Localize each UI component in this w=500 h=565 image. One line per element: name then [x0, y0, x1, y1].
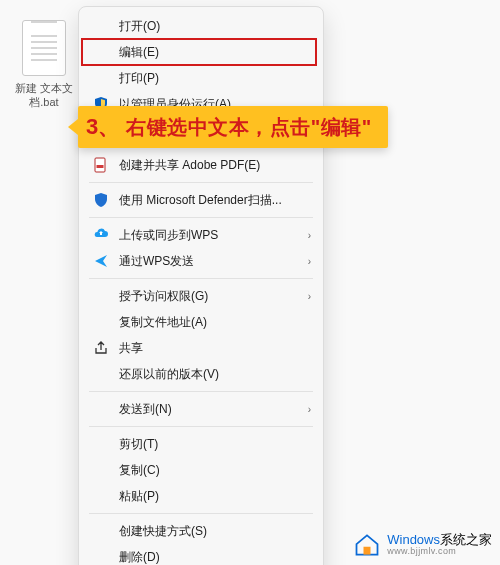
menu-send-to[interactable]: 发送到(N) › [79, 396, 323, 422]
pdf-share-icon [91, 155, 111, 175]
blank-icon [91, 486, 111, 506]
menu-defender-scan[interactable]: 使用 Microsoft Defender扫描... [79, 187, 323, 213]
callout-number: 3、 [86, 112, 120, 142]
chevron-right-icon: › [308, 256, 311, 267]
menu-label: 创建并共享 Adobe PDF(E) [119, 157, 311, 174]
menu-label: 创建快捷方式(S) [119, 523, 311, 540]
menu-previous-versions[interactable]: 还原以前的版本(V) [79, 361, 323, 387]
menu-label: 粘贴(P) [119, 488, 311, 505]
menu-share[interactable]: 共享 [79, 335, 323, 361]
menu-label: 打开(O) [119, 18, 311, 35]
blank-icon [91, 521, 111, 541]
separator [89, 182, 313, 183]
callout-arrow-icon [68, 119, 78, 135]
desktop-file[interactable]: 新建 文本文档.bat [14, 20, 74, 110]
instruction-callout: 3、 右键选中文本，点击"编辑" [78, 106, 388, 148]
menu-open[interactable]: 打开(O) [79, 13, 323, 39]
context-menu: 打开(O) 编辑(E) 打印(P) 以管理员身份运行(A) 转换为 Adobe … [78, 6, 324, 565]
blank-icon [91, 434, 111, 454]
svg-rect-4 [364, 547, 371, 555]
menu-edit[interactable]: 编辑(E) [79, 39, 323, 65]
menu-grant-access[interactable]: 授予访问权限(G) › [79, 283, 323, 309]
menu-paste[interactable]: 粘贴(P) [79, 483, 323, 509]
chevron-right-icon: › [308, 291, 311, 302]
brand-title: Windows系统之家 [387, 533, 492, 547]
watermark: Windows系统之家 www.bjjmlv.com [353, 531, 492, 559]
menu-print[interactable]: 打印(P) [79, 65, 323, 91]
menu-label: 打印(P) [119, 70, 311, 87]
menu-label: 通过WPS发送 [119, 253, 302, 270]
file-icon [22, 20, 66, 76]
separator [89, 217, 313, 218]
blank-icon [91, 364, 111, 384]
house-logo-icon [353, 531, 381, 559]
menu-label: 共享 [119, 340, 311, 357]
separator [89, 278, 313, 279]
menu-label: 上传或同步到WPS [119, 227, 302, 244]
callout-text: 右键选中文本，点击"编辑" [126, 114, 371, 141]
separator [89, 426, 313, 427]
menu-label: 复制(C) [119, 462, 311, 479]
blank-icon [91, 68, 111, 88]
send-icon [91, 251, 111, 271]
menu-label: 还原以前的版本(V) [119, 366, 311, 383]
menu-copy-path[interactable]: 复制文件地址(A) [79, 309, 323, 335]
chevron-right-icon: › [308, 230, 311, 241]
menu-create-shortcut[interactable]: 创建快捷方式(S) [79, 518, 323, 544]
separator [89, 513, 313, 514]
menu-cut[interactable]: 剪切(T) [79, 431, 323, 457]
blank-icon [91, 42, 111, 62]
menu-send-wps[interactable]: 通过WPS发送 › [79, 248, 323, 274]
menu-label: 编辑(E) [119, 44, 311, 61]
defender-icon [91, 190, 111, 210]
svg-rect-3 [97, 165, 104, 168]
blank-icon [91, 286, 111, 306]
blank-icon [91, 399, 111, 419]
menu-label: 删除(D) [119, 549, 311, 566]
brand-url: www.bjjmlv.com [387, 547, 492, 556]
blank-icon [91, 312, 111, 332]
cloud-upload-icon [91, 225, 111, 245]
separator [89, 391, 313, 392]
menu-delete[interactable]: 删除(D) [79, 544, 323, 565]
menu-copy[interactable]: 复制(C) [79, 457, 323, 483]
chevron-right-icon: › [308, 404, 311, 415]
menu-label: 复制文件地址(A) [119, 314, 311, 331]
menu-create-share-pdf[interactable]: 创建并共享 Adobe PDF(E) [79, 152, 323, 178]
menu-label: 发送到(N) [119, 401, 302, 418]
menu-upload-wps[interactable]: 上传或同步到WPS › [79, 222, 323, 248]
blank-icon [91, 547, 111, 565]
menu-label: 授予访问权限(G) [119, 288, 302, 305]
share-icon [91, 338, 111, 358]
menu-label: 剪切(T) [119, 436, 311, 453]
blank-icon [91, 16, 111, 36]
menu-label: 使用 Microsoft Defender扫描... [119, 192, 311, 209]
blank-icon [91, 460, 111, 480]
file-label: 新建 文本文档.bat [14, 82, 74, 110]
